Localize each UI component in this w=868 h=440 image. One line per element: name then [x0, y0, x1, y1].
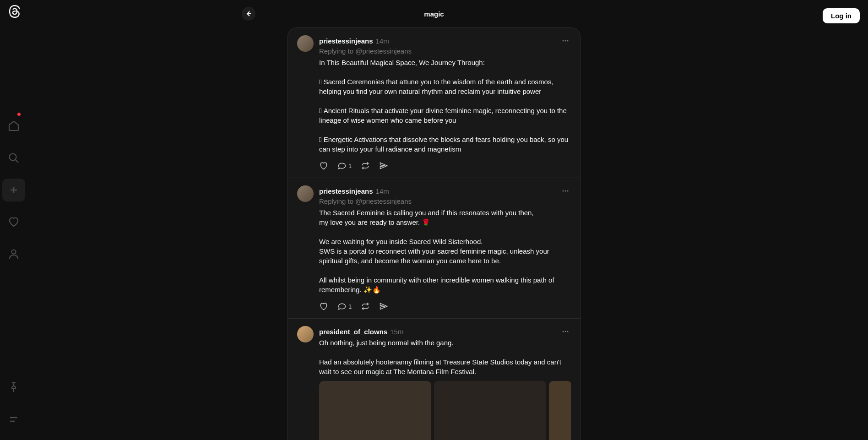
profile-icon — [8, 248, 20, 260]
post-content: priestessinjeans 14m Replying to @priest… — [319, 185, 571, 314]
post-body: In This Beautiful Magical Space, We Jour… — [319, 58, 571, 154]
post: president_of_clowns 15m Oh nothing, just… — [288, 319, 580, 440]
post: priestessinjeans 14m Replying to @priest… — [288, 178, 580, 319]
more-button[interactable] — [560, 35, 571, 46]
sidebar-activity[interactable] — [2, 211, 25, 234]
post-body: Oh nothing, just being normal with the g… — [319, 338, 571, 376]
more-button[interactable] — [560, 185, 571, 196]
sidebar-top — [0, 114, 27, 266]
more-icon — [561, 36, 570, 45]
post-actions: 1 — [319, 158, 571, 173]
search-icon — [8, 152, 20, 164]
reply-count: 1 — [348, 163, 352, 169]
like-button[interactable] — [319, 161, 328, 170]
heart-icon — [8, 216, 20, 228]
page-title: magic — [424, 10, 444, 18]
more-icon — [561, 327, 570, 336]
post-image[interactable] — [434, 381, 546, 440]
like-button[interactable] — [319, 302, 328, 311]
login-button[interactable]: Log in — [823, 8, 860, 23]
share-icon — [379, 302, 388, 311]
back-button[interactable] — [242, 7, 255, 21]
more-icon — [561, 186, 570, 196]
reply-icon — [337, 302, 347, 311]
svg-point-15 — [567, 190, 569, 192]
post-header: priestessinjeans 14m — [319, 185, 571, 196]
timestamp: 15m — [390, 328, 403, 336]
reply-count: 1 — [348, 303, 352, 310]
post-body: The Sacred Feminine is calling you and i… — [319, 208, 571, 294]
repost-button[interactable] — [361, 161, 370, 170]
username[interactable]: president_of_clowns — [319, 328, 387, 336]
reply-icon — [337, 161, 347, 170]
image-row — [319, 381, 571, 440]
reply-button[interactable]: 1 — [337, 161, 352, 170]
svg-point-17 — [565, 331, 566, 332]
main-column: magic priestessinjeans 14m Replying to @… — [288, 0, 580, 440]
sidebar-menu[interactable] — [2, 408, 25, 431]
share-button[interactable] — [379, 161, 388, 170]
svg-point-18 — [567, 331, 569, 332]
pin-icon — [8, 381, 20, 393]
timestamp: 14m — [376, 37, 389, 45]
heart-icon — [319, 161, 328, 170]
replying-to[interactable]: Replying to @priestessinjeans — [319, 197, 571, 205]
svg-line-1 — [16, 160, 18, 163]
home-icon — [8, 120, 20, 132]
svg-point-0 — [10, 154, 16, 161]
timestamp: 14m — [376, 187, 389, 195]
plus-icon — [8, 184, 20, 196]
svg-point-13 — [563, 190, 564, 192]
heart-icon — [319, 302, 328, 311]
sidebar-pin[interactable] — [2, 376, 25, 399]
feed: priestessinjeans 14m Replying to @priest… — [288, 27, 580, 440]
sidebar-profile[interactable] — [2, 243, 25, 266]
repost-button[interactable] — [361, 302, 370, 311]
reply-button[interactable]: 1 — [337, 302, 352, 311]
post-actions: 1 — [319, 299, 571, 314]
svg-point-10 — [563, 40, 564, 42]
svg-point-4 — [12, 250, 16, 254]
post-image[interactable] — [319, 381, 431, 440]
post: priestessinjeans 14m Replying to @priest… — [288, 28, 580, 178]
sidebar-home[interactable] — [2, 114, 25, 137]
menu-icon — [8, 413, 20, 425]
sidebar-bottom — [0, 376, 27, 431]
repost-icon — [361, 161, 370, 170]
username[interactable]: priestessinjeans — [319, 187, 373, 195]
arrow-left-icon — [245, 10, 252, 17]
svg-point-14 — [565, 190, 566, 192]
replying-to[interactable]: Replying to @priestessinjeans — [319, 47, 571, 55]
sidebar-create[interactable] — [2, 179, 25, 201]
svg-point-12 — [567, 40, 569, 42]
repost-icon — [361, 302, 370, 311]
post-header: priestessinjeans 14m — [319, 35, 571, 46]
header: magic — [288, 0, 580, 27]
post-content: president_of_clowns 15m Oh nothing, just… — [319, 326, 571, 440]
share-button[interactable] — [379, 302, 388, 311]
svg-point-11 — [565, 40, 566, 42]
share-icon — [379, 161, 388, 170]
svg-point-16 — [563, 331, 564, 332]
sidebar-search[interactable] — [2, 147, 25, 169]
avatar[interactable] — [297, 326, 314, 342]
username[interactable]: priestessinjeans — [319, 37, 373, 45]
notification-indicator — [17, 113, 21, 116]
post-image[interactable] — [549, 381, 571, 440]
post-header: president_of_clowns 15m — [319, 326, 571, 337]
sidebar — [0, 0, 27, 440]
avatar[interactable] — [297, 185, 314, 202]
more-button[interactable] — [560, 326, 571, 337]
post-content: priestessinjeans 14m Replying to @priest… — [319, 35, 571, 173]
avatar[interactable] — [297, 35, 314, 52]
